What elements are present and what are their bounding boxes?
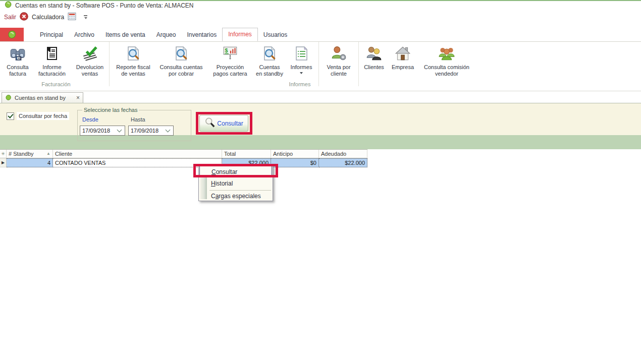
hasta-date-value: 17/09/2018 bbox=[131, 128, 158, 134]
tab-inventarios[interactable]: Inventarios bbox=[181, 28, 222, 42]
table-row[interactable]: ▶ 4 CONTADO VENTAS $22.000 $0 $22.000 bbox=[0, 158, 367, 167]
window-title: Cuentas en stand by - Software POS - Pun… bbox=[15, 2, 194, 9]
two-users-icon bbox=[365, 44, 383, 63]
consultar-por-fecha-checkbox[interactable]: Consultar por fecha bbox=[7, 112, 69, 120]
chevron-down-icon bbox=[300, 72, 303, 74]
ribbon-button-label: Venta por cliente bbox=[327, 64, 350, 77]
binoculars-id-icon: ID bbox=[9, 44, 26, 63]
clientes-button[interactable]: Clientes bbox=[360, 42, 388, 81]
ribbon-button-label: Empresa bbox=[392, 64, 414, 71]
calculator-icon[interactable] bbox=[68, 12, 76, 23]
groupbox-title: Seleccione las fechas bbox=[82, 107, 139, 113]
document-magnifier-icon bbox=[261, 44, 278, 63]
column-header-total[interactable]: Total bbox=[222, 150, 271, 158]
ribbon-button-label: Reporte fiscal de ventas bbox=[116, 64, 150, 77]
ribbon-group-separator bbox=[358, 42, 359, 86]
desde-label: Desde bbox=[82, 116, 98, 123]
svg-text:$: $ bbox=[225, 47, 228, 53]
ribbon-group-separator bbox=[109, 42, 110, 86]
informe-facturacion-button[interactable]: Informe facturación bbox=[32, 42, 72, 81]
ribbon-button-label: Informe facturación bbox=[38, 64, 66, 77]
informes-dropdown-button[interactable]: Informes bbox=[285, 42, 317, 81]
close-icon[interactable]: × bbox=[76, 95, 80, 101]
tab-items-de-venta[interactable]: Items de venta bbox=[100, 28, 151, 42]
user-gear-icon bbox=[330, 44, 347, 63]
row-indicator-icon: ▶ bbox=[0, 158, 7, 167]
chevron-down-icon[interactable] bbox=[166, 128, 171, 133]
ribbon-button-label: Informes bbox=[291, 64, 312, 71]
hasta-date-combobox[interactable]: 17/09/2018 bbox=[128, 126, 174, 136]
toolbar-overflow-icon[interactable] bbox=[84, 15, 87, 19]
tab-usuarios[interactable]: Usuarios bbox=[258, 28, 293, 42]
document-tab-strip: Cuentas en stand by × bbox=[0, 91, 641, 103]
document-magnifier-icon bbox=[125, 44, 141, 63]
proyeccion-pagos-cartera-button[interactable]: $ Proyección pagos cartera bbox=[206, 42, 254, 81]
column-header-label: # Standby bbox=[9, 150, 34, 158]
tab-archivo[interactable]: Archivo bbox=[69, 28, 100, 42]
column-header-adeudado[interactable]: Adeudado bbox=[319, 150, 367, 158]
consulta-factura-button[interactable]: ID Consulta factura bbox=[3, 42, 32, 81]
highlight-box-consultar-button bbox=[196, 112, 252, 135]
ribbon-tab-row: Principal Archivo Items de venta Arqueo … bbox=[0, 28, 641, 42]
app-logo-icon bbox=[7, 30, 17, 39]
document-magnifier-icon bbox=[173, 44, 189, 63]
desde-date-combobox[interactable]: 17/09/2018 bbox=[80, 126, 125, 136]
tab-informes[interactable]: Informes bbox=[222, 28, 258, 41]
venta-por-cliente-button[interactable]: Venta por cliente bbox=[320, 42, 357, 81]
document-tab-cuentas-en-stand-by[interactable]: Cuentas en stand by × bbox=[2, 92, 83, 103]
ribbon-button-label: Consulta factura bbox=[7, 64, 28, 77]
chevron-down-icon[interactable] bbox=[117, 128, 122, 133]
ribbon-group-separator bbox=[318, 42, 319, 86]
consulta-cuentas-por-cobrar-button[interactable]: Consulta cuentas por cobrar bbox=[156, 42, 206, 81]
list-document-icon bbox=[293, 44, 309, 63]
sort-asc-icon: ▲ bbox=[46, 150, 50, 158]
app-window: Cuentas en stand by - Software POS - Pun… bbox=[0, 0, 641, 364]
ribbon: ID Consulta factura Informe facturación … bbox=[0, 42, 641, 91]
grid-header-row: ✳ # Standby ▲ Cliente Total Anticipo Ade… bbox=[0, 149, 367, 158]
app-menu-button[interactable] bbox=[0, 28, 24, 41]
ribbon-button-label: Cuentas en standby bbox=[256, 64, 283, 77]
ribbon-button-label: Clientes bbox=[364, 64, 384, 71]
app-logo-icon bbox=[5, 94, 12, 102]
quick-access-toolbar: Salir Calculadora bbox=[4, 11, 87, 23]
checkbox-icon[interactable] bbox=[7, 112, 14, 120]
cuentas-en-standby-button[interactable]: Cuentas en standby bbox=[254, 42, 285, 81]
asterisk-icon: ✳ bbox=[0, 150, 7, 158]
column-header-standby[interactable]: # Standby ▲ bbox=[7, 150, 53, 158]
title-bar: Cuentas en stand by - Software POS - Pun… bbox=[0, 1, 641, 10]
menu-item-cargas-especiales[interactable]: Cargas especiales bbox=[199, 191, 272, 202]
checkbox-label: Consultar por fecha bbox=[17, 112, 69, 120]
exit-icon[interactable] bbox=[20, 12, 28, 23]
ribbon-group-label-informes: Informes bbox=[112, 81, 488, 87]
cell-adeudado[interactable]: $22.000 bbox=[319, 158, 367, 167]
document-tab-label: Cuentas en stand by bbox=[15, 95, 66, 101]
consulta-comision-vendedor-button[interactable]: Consulta comisión vendedor bbox=[417, 42, 476, 81]
tab-principal[interactable]: Principal bbox=[34, 28, 69, 42]
cell-anticipo[interactable]: $0 bbox=[271, 158, 319, 167]
ribbon-button-label: Consulta cuentas por cobrar bbox=[160, 64, 203, 77]
salir-label[interactable]: Salir bbox=[4, 14, 16, 21]
reporte-fiscal-ventas-button[interactable]: Reporte fiscal de ventas bbox=[111, 42, 156, 81]
column-header-cliente[interactable]: Cliente bbox=[53, 150, 222, 158]
chart-easel-icon: $ bbox=[222, 44, 239, 63]
ribbon-button-label: Consulta comisión vendedor bbox=[424, 64, 469, 77]
column-header-anticipo[interactable]: Anticipo bbox=[271, 150, 319, 158]
hasta-label: Hasta bbox=[131, 116, 145, 123]
ribbon-button-label: Proyección pagos cartera bbox=[213, 64, 247, 77]
tab-arqueo[interactable]: Arqueo bbox=[151, 28, 182, 42]
seleccione-las-fechas-groupbox: Seleccione las fechas Desde Hasta 17/09/… bbox=[77, 110, 191, 141]
calculadora-label[interactable]: Calculadora bbox=[32, 14, 64, 21]
app-logo-icon bbox=[4, 1, 12, 11]
empresa-button[interactable]: Empresa bbox=[388, 42, 417, 81]
ribbon-group-label-facturacion: Facturación bbox=[0, 81, 112, 87]
standby-grid: ✳ # Standby ▲ Cliente Total Anticipo Ade… bbox=[0, 149, 367, 167]
svg-text:ID: ID bbox=[17, 56, 20, 60]
green-check-icon bbox=[81, 44, 98, 63]
menu-item-historial[interactable]: Historial bbox=[199, 178, 272, 189]
house-icon bbox=[394, 44, 411, 63]
cell-standby[interactable]: 4 bbox=[7, 158, 53, 167]
report-document-icon bbox=[44, 44, 60, 63]
devolucion-ventas-button[interactable]: Devolucion ventas bbox=[72, 42, 108, 81]
highlight-box-menu-consultar bbox=[193, 164, 278, 177]
user-group-icon bbox=[438, 44, 455, 63]
